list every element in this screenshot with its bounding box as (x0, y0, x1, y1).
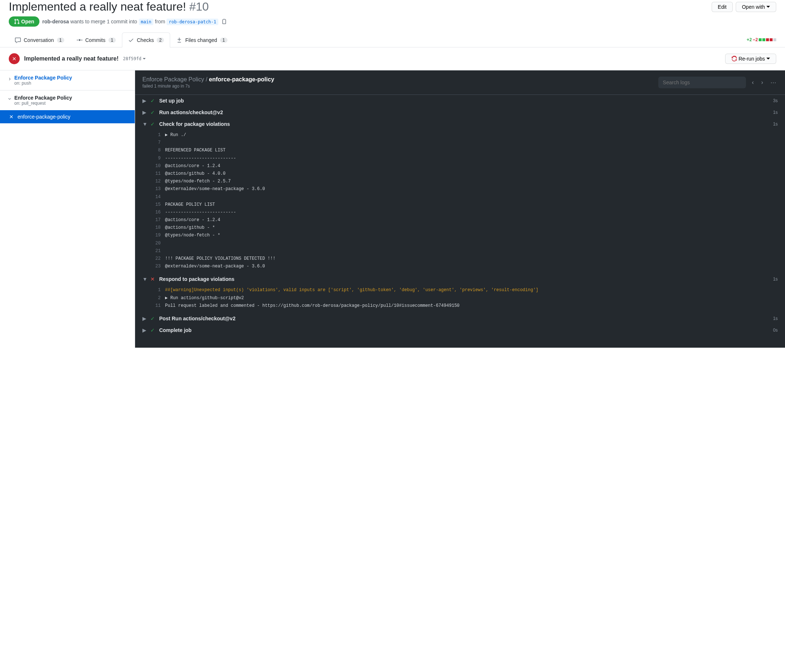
expand-icon[interactable]: ▼ (142, 121, 146, 127)
state-badge: Open (9, 16, 39, 27)
job-name: enforce-package-policy (17, 114, 70, 120)
chevron-right-icon: › (9, 75, 11, 82)
workflow-title: Enforce Package Policy (14, 95, 72, 101)
expand-icon[interactable]: ▶ (142, 98, 146, 104)
step-row[interactable]: ▶✓Set up job3s (135, 95, 785, 106)
step-name: Check for package violations (159, 121, 769, 127)
log-line: 13@externaldev/some-neat-package - 3.6.0 (152, 186, 785, 193)
log-line: 8REFERENCED PACKAGE LIST (152, 147, 785, 154)
expand-icon[interactable]: ▶ (142, 109, 146, 115)
diff-icon (176, 37, 182, 43)
log-line: 7 (152, 139, 785, 147)
log-line: 21 (152, 247, 785, 255)
workflow-sidebar: › Enforce Package Policy on: push › Enfo… (0, 70, 135, 348)
open-with-button[interactable]: Open with (736, 2, 776, 12)
chevron-down-icon (143, 58, 146, 60)
commit-title: Implemented a really neat feature! (24, 55, 119, 62)
log-line: 15PACKAGE POLICY LIST (152, 201, 785, 209)
chevron-down-icon: › (6, 98, 13, 100)
step-duration: 3s (773, 98, 778, 103)
step-row[interactable]: ▶✓Complete job0s (135, 324, 785, 336)
additions: +2 (747, 37, 752, 42)
step-name: Respond to package violations (159, 276, 769, 282)
step-duration: 1s (773, 276, 778, 282)
log-line: 22!!! PACKAGE POLICY VIOLATIONS DETECTED… (152, 255, 785, 263)
next-icon[interactable]: › (760, 78, 765, 87)
head-branch[interactable]: rob-derosa-patch-1 (166, 19, 218, 25)
x-icon: ✕ (150, 276, 155, 282)
commits-count: 1 (108, 37, 116, 43)
log-line: 16--------------------------- (152, 209, 785, 216)
rerun-jobs-button[interactable]: Re-run jobs (725, 54, 776, 64)
check-icon: ✓ (150, 121, 155, 127)
chevron-down-icon (766, 6, 770, 8)
log-line: 20 (152, 240, 785, 247)
tab-conversation[interactable]: Conversation 1 (9, 33, 70, 47)
log-line: 17@actions/core - 1.2.4 (152, 216, 785, 224)
search-logs-input[interactable] (658, 76, 746, 88)
expand-icon[interactable]: ▶ (142, 327, 146, 333)
log-line: 10@actions/core - 1.2.4 (152, 162, 785, 170)
log-line: 18@actions/github - * (152, 224, 785, 232)
step-duration: 1s (773, 316, 778, 321)
state-label: Open (21, 19, 34, 25)
log-line: 11Pull request labeled and commented - h… (152, 302, 785, 310)
log-line: 14 (152, 193, 785, 201)
step-row[interactable]: ▶✓Post Run actions/checkout@v21s (135, 313, 785, 324)
log-line: 19@types/node-fetch - * (152, 232, 785, 239)
workflow-trigger: on: pull_request (14, 101, 72, 106)
step-name: Post Run actions/checkout@v2 (159, 316, 769, 321)
status-fail-badge (9, 53, 20, 64)
log-line: 2▶ Run actions/github-script@v2 (152, 295, 785, 302)
log-status: failed 1 minute ago in 7s (142, 84, 274, 89)
log-line: 9--------------------------- (152, 155, 785, 162)
pr-title-text: Implemented a really neat feature! (9, 0, 186, 13)
x-icon (9, 114, 14, 119)
diffstat: +2 −2 (747, 37, 776, 42)
log-panel: Enforce Package Policy / enforce-package… (135, 70, 785, 348)
tab-checks[interactable]: Checks 2 (122, 33, 170, 47)
checks-icon (128, 37, 134, 43)
log-output: 1##[warning]Unexpected input(s) 'violati… (135, 285, 785, 313)
kebab-icon[interactable]: ⋯ (769, 78, 778, 87)
job-item-enforce[interactable]: enforce-package-policy (0, 110, 135, 123)
check-icon: ✓ (150, 109, 155, 115)
edit-button[interactable]: Edit (712, 2, 733, 12)
log-line: 23@externaldev/some-neat-package - 3.6.0 (152, 263, 785, 270)
step-row[interactable]: ▼✕Respond to package violations1s (135, 273, 785, 285)
log-breadcrumb: Enforce Package Policy / enforce-package… (142, 76, 274, 83)
tab-files[interactable]: Files changed 1 (170, 33, 233, 47)
workflow-item-push[interactable]: › Enforce Package Policy on: push (0, 70, 135, 90)
prev-icon[interactable]: ‹ (750, 78, 755, 87)
commit-icon (77, 37, 83, 43)
log-line: 11@actions/github - 4.0.0 (152, 170, 785, 178)
check-icon: ✓ (150, 316, 155, 321)
pr-title: Implemented a really neat feature! #10 (9, 0, 209, 14)
commit-sha-dropdown[interactable]: 28f59fd (123, 56, 146, 61)
files-count: 1 (220, 37, 227, 43)
copy-icon[interactable] (221, 19, 227, 25)
check-icon: ✓ (150, 98, 155, 104)
tab-commits[interactable]: Commits 1 (70, 33, 122, 47)
step-row[interactable]: ▶✓Run actions/checkout@v21s (135, 106, 785, 118)
pull-request-icon (14, 19, 20, 25)
pr-author[interactable]: rob-derosa (42, 19, 69, 25)
log-line: 1▶ Run ./ (152, 131, 785, 139)
log-line: 12@types/node-fetch - 2.5.7 (152, 178, 785, 186)
base-branch[interactable]: main (139, 19, 154, 25)
workflow-item-pr[interactable]: › Enforce Package Policy on: pull_reques… (0, 90, 135, 110)
step-name: Complete job (159, 327, 769, 333)
deletions: −2 (753, 37, 758, 42)
step-duration: 1s (773, 110, 778, 115)
x-icon (12, 56, 17, 61)
step-row[interactable]: ▼✓Check for package violations1s (135, 118, 785, 130)
step-duration: 0s (773, 327, 778, 333)
workflow-title: Enforce Package Policy (14, 75, 72, 81)
expand-icon[interactable]: ▶ (142, 316, 146, 321)
expand-icon[interactable]: ▼ (142, 276, 146, 282)
merge-description: rob-derosa wants to merge 1 commit into … (42, 19, 219, 25)
conversation-count: 1 (57, 37, 64, 43)
sync-icon (731, 56, 737, 62)
check-icon: ✓ (150, 327, 155, 333)
open-with-label: Open with (742, 4, 765, 10)
